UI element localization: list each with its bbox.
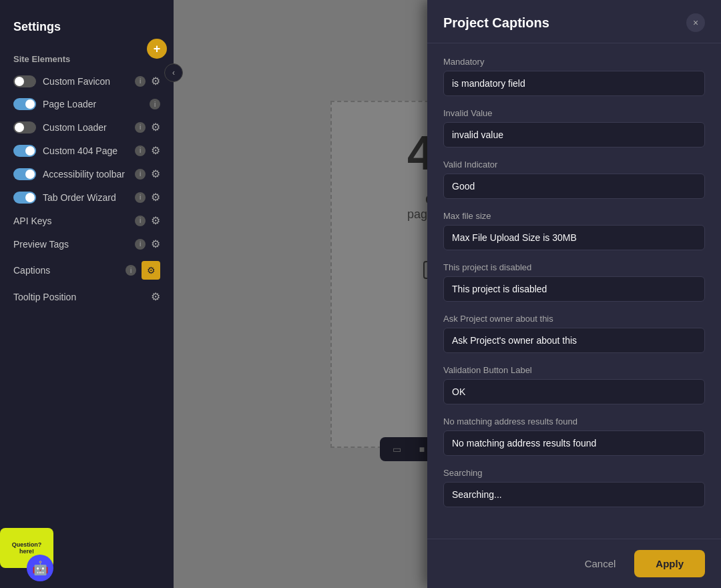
field-input-max-file-size[interactable] — [443, 225, 705, 250]
field-group-invalid-value: Invalid Value — [443, 108, 705, 148]
field-input-valid-indicator[interactable] — [443, 174, 705, 199]
info-badge-custom-favicon: i — [135, 76, 146, 87]
project-captions-modal: Project Captions × Mandatory Invalid Val… — [427, 0, 721, 588]
modal-body: Mandatory Invalid Value Valid Indicator … — [427, 43, 721, 539]
gear-icon-captions[interactable]: ⚙ — [142, 261, 160, 280]
field-input-searching[interactable] — [443, 482, 705, 507]
sidebar-item-captions[interactable]: Captions i ⚙ — [0, 256, 174, 285]
toggle-page-loader[interactable] — [13, 98, 36, 110]
field-input-ask-owner[interactable] — [443, 328, 705, 353]
sidebar-label-custom-loader: Custom Loader — [43, 122, 132, 133]
sidebar-label-page-loader: Page Loader — [43, 99, 146, 109]
modal-title: Project Captions — [443, 15, 549, 31]
toggle-accessibility[interactable] — [13, 168, 36, 180]
info-badge-custom-404: i — [135, 145, 146, 156]
field-input-invalid-value[interactable] — [443, 122, 705, 148]
sidebar-label-tooltip-position: Tooltip Position — [13, 292, 146, 302]
add-button[interactable]: + — [147, 39, 167, 59]
info-badge-accessibility: i — [135, 169, 146, 180]
sidebar-item-page-loader[interactable]: Page Loader i — [0, 93, 174, 115]
field-input-project-disabled[interactable] — [443, 276, 705, 302]
toggle-custom-loader[interactable] — [13, 121, 36, 133]
collapse-sidebar-button[interactable]: ‹ — [164, 63, 183, 82]
sidebar-label-preview-tags: Preview Tags — [13, 239, 132, 250]
field-group-project-disabled: This project is disabled — [443, 262, 705, 302]
info-badge-api-keys: i — [135, 216, 146, 226]
help-text: Question?here! — [12, 541, 42, 555]
modal-footer: Cancel Apply — [427, 539, 721, 588]
field-input-validation-button[interactable] — [443, 379, 705, 404]
toggle-tab-order[interactable] — [13, 192, 36, 204]
sidebar-label-api-keys: API Keys — [13, 216, 132, 226]
apply-button[interactable]: Apply — [634, 550, 705, 577]
gear-icon-custom-favicon[interactable]: ⚙ — [151, 75, 160, 87]
field-input-mandatory[interactable] — [443, 71, 705, 96]
info-badge-preview-tags: i — [135, 239, 146, 250]
info-badge-captions: i — [126, 265, 136, 276]
field-label-max-file-size: Max file size — [443, 211, 705, 221]
field-input-no-matching[interactable] — [443, 430, 705, 456]
sidebar-label-accessibility: Accessibility toolbar — [43, 169, 132, 180]
sidebar-item-tab-order[interactable]: Tab Order Wizard i ⚙ — [0, 186, 174, 209]
modal-overlay: Project Captions × Mandatory Invalid Val… — [174, 0, 721, 588]
field-label-ask-owner: Ask Project owner about this — [443, 314, 705, 324]
field-group-max-file-size: Max file size — [443, 211, 705, 250]
sidebar-item-api-keys[interactable]: API Keys i ⚙ — [0, 209, 174, 232]
help-icon: 🤖 — [27, 555, 53, 581]
sidebar-item-custom-favicon[interactable]: Custom Favicon i ⚙ — [0, 69, 174, 93]
field-label-project-disabled: This project is disabled — [443, 262, 705, 272]
sidebar-item-custom-404[interactable]: Custom 404 Page i ⚙ — [0, 139, 174, 162]
gear-icon-custom-loader[interactable]: ⚙ — [151, 121, 160, 133]
gear-icon-accessibility[interactable]: ⚙ — [151, 168, 160, 180]
toggle-custom-favicon[interactable] — [13, 75, 36, 87]
field-group-ask-owner: Ask Project owner about this — [443, 314, 705, 353]
field-label-invalid-value: Invalid Value — [443, 108, 705, 118]
gear-icon-api-keys[interactable]: ⚙ — [151, 214, 160, 227]
info-badge-page-loader: i — [150, 99, 160, 109]
sidebar: Settings + ‹ Site Elements Custom Favico… — [0, 0, 174, 588]
field-label-valid-indicator: Valid Indicator — [443, 160, 705, 170]
cancel-button[interactable]: Cancel — [574, 551, 627, 576]
field-group-no-matching: No matching address results found — [443, 416, 705, 456]
info-badge-tab-order: i — [135, 192, 146, 203]
field-group-valid-indicator: Valid Indicator — [443, 160, 705, 199]
sidebar-label-custom-404: Custom 404 Page — [43, 145, 132, 156]
gear-icon-custom-404[interactable]: ⚙ — [151, 144, 160, 157]
sidebar-item-tooltip-position[interactable]: Tooltip Position ⚙ — [0, 285, 174, 308]
sidebar-label-captions: Captions — [13, 265, 122, 276]
info-badge-custom-loader: i — [135, 122, 146, 133]
sidebar-label-custom-favicon: Custom Favicon — [43, 76, 132, 87]
field-label-mandatory: Mandatory — [443, 57, 705, 67]
field-group-validation-button: Validation Button Label — [443, 365, 705, 404]
sidebar-item-preview-tags[interactable]: Preview Tags i ⚙ — [0, 232, 174, 256]
gear-icon-tab-order[interactable]: ⚙ — [151, 191, 160, 204]
field-label-validation-button: Validation Button Label — [443, 365, 705, 375]
gear-icon-tooltip-position[interactable]: ⚙ — [151, 290, 160, 303]
gear-icon-preview-tags[interactable]: ⚙ — [151, 238, 160, 250]
sidebar-item-accessibility[interactable]: Accessibility toolbar i ⚙ — [0, 162, 174, 186]
field-label-no-matching: No matching address results found — [443, 416, 705, 426]
sidebar-label-tab-order: Tab Order Wizard — [43, 192, 132, 203]
app-title: Settings — [0, 0, 174, 47]
modal-close-button[interactable]: × — [686, 13, 705, 32]
modal-header: Project Captions × — [427, 0, 721, 43]
main-content: Image 404 oops... page not found — [174, 0, 721, 588]
sidebar-item-custom-loader[interactable]: Custom Loader i ⚙ — [0, 115, 174, 139]
field-group-mandatory: Mandatory — [443, 57, 705, 96]
toggle-custom-404[interactable] — [13, 145, 36, 157]
field-label-searching: Searching — [443, 468, 705, 478]
field-group-searching: Searching — [443, 468, 705, 507]
